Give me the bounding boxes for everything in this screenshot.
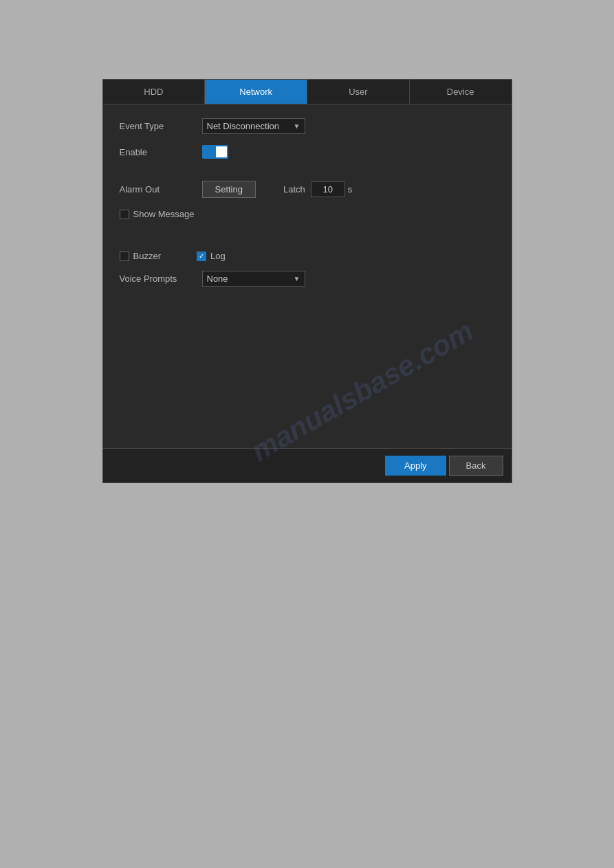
buzzer-group: Buzzer: [120, 251, 161, 261]
show-message-label: Show Message: [133, 209, 195, 219]
buzzer-checkbox[interactable]: [120, 252, 129, 261]
voice-prompts-row: Voice Prompts None ▼: [120, 271, 495, 287]
voice-prompts-control: None ▼: [202, 271, 305, 287]
log-checkbox[interactable]: [197, 252, 206, 261]
content-area: Event Type Net Disconnection ▼ Enable: [103, 104, 512, 448]
tab-network[interactable]: Network: [205, 80, 307, 104]
tab-user[interactable]: User: [307, 80, 410, 104]
tab-device[interactable]: Device: [410, 80, 512, 104]
main-panel: HDD Network User Device Event Type Net D…: [102, 79, 512, 483]
tab-hdd[interactable]: HDD: [103, 80, 206, 104]
enable-label: Enable: [120, 147, 202, 157]
event-type-control: Net Disconnection ▼: [202, 118, 305, 134]
voice-prompts-arrow-icon: ▼: [294, 275, 300, 282]
buzzer-log-row: Buzzer Log: [120, 251, 495, 261]
toggle-knob: [216, 146, 227, 157]
buzzer-label: Buzzer: [133, 251, 161, 261]
voice-prompts-dropdown[interactable]: None ▼: [202, 271, 305, 287]
apply-button[interactable]: Apply: [385, 456, 446, 476]
latch-unit: s: [348, 184, 353, 194]
dropdown-arrow-icon: ▼: [294, 122, 300, 130]
enable-row: Enable: [120, 145, 495, 159]
event-type-row: Event Type Net Disconnection ▼: [120, 118, 495, 134]
log-label: Log: [210, 251, 226, 261]
back-button[interactable]: Back: [449, 456, 503, 476]
voice-prompts-value: None: [207, 274, 228, 284]
event-type-label: Event Type: [120, 121, 202, 131]
latch-label: Latch: [283, 184, 305, 194]
tab-bar: HDD Network User Device: [103, 80, 512, 104]
show-message-group: Show Message: [120, 209, 195, 219]
event-type-dropdown[interactable]: Net Disconnection ▼: [202, 118, 305, 134]
event-type-value: Net Disconnection: [207, 121, 280, 131]
log-group: Log: [197, 251, 226, 261]
alarm-out-row: Alarm Out Setting Latch s: [120, 181, 495, 198]
setting-button[interactable]: Setting: [202, 181, 256, 198]
show-message-checkbox[interactable]: [120, 210, 129, 219]
enable-toggle[interactable]: [202, 145, 228, 159]
show-message-row: Show Message: [120, 209, 495, 219]
alarm-out-label: Alarm Out: [120, 184, 202, 194]
alarm-out-control: Setting Latch s: [202, 181, 353, 198]
voice-prompts-label: Voice Prompts: [120, 274, 202, 284]
footer-bar: Apply Back: [103, 448, 512, 482]
latch-input[interactable]: [311, 181, 345, 197]
enable-control: [202, 145, 228, 159]
